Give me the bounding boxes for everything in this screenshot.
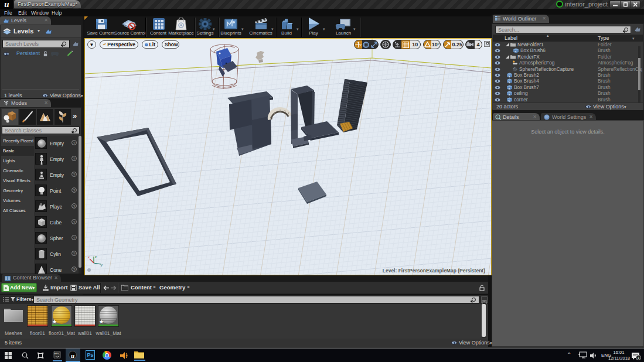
svg-text:y: y	[101, 263, 103, 267]
svg-text:EPIC: EPIC	[54, 352, 60, 355]
svg-text:x: x	[88, 255, 90, 259]
svg-text:i: i	[497, 115, 498, 119]
svg-text:z: z	[95, 255, 97, 258]
svg-text:Level: FirstPersonExampleMap: Level: FirstPersonExampleMap (Persistent…	[383, 268, 485, 274]
